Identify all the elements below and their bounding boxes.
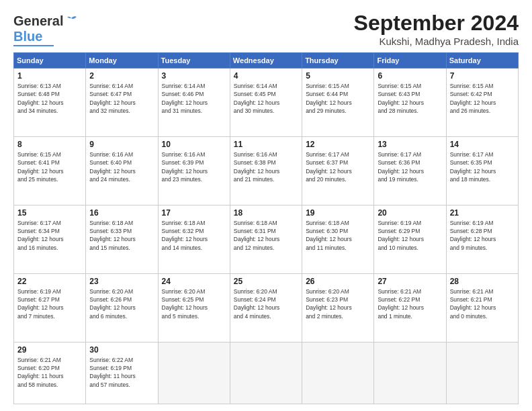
day-info: Sunrise: 6:19 AM Sunset: 6:29 PM Dayligh…	[378, 219, 442, 252]
table-row: 10Sunrise: 6:16 AM Sunset: 6:39 PM Dayli…	[158, 136, 230, 205]
calendar-header-row: Sunday Monday Tuesday Wednesday Thursday…	[14, 53, 519, 68]
day-info: Sunrise: 6:19 AM Sunset: 6:27 PM Dayligh…	[17, 287, 82, 320]
day-info: Sunrise: 6:16 AM Sunset: 6:39 PM Dayligh…	[162, 150, 226, 183]
col-tuesday: Tuesday	[158, 53, 230, 68]
day-info: Sunrise: 6:19 AM Sunset: 6:28 PM Dayligh…	[450, 219, 515, 252]
location: Kukshi, Madhya Pradesh, India	[354, 36, 519, 47]
day-info: Sunrise: 6:22 AM Sunset: 6:19 PM Dayligh…	[89, 356, 154, 389]
logo-text: General	[13, 13, 63, 28]
logo-underline	[13, 45, 54, 46]
month-title: September 2024	[354, 11, 519, 36]
table-row	[158, 342, 230, 404]
table-row: 14Sunrise: 6:17 AM Sunset: 6:35 PM Dayli…	[446, 136, 518, 205]
table-row: 16Sunrise: 6:18 AM Sunset: 6:33 PM Dayli…	[86, 205, 158, 273]
day-number: 20	[378, 208, 442, 218]
table-row: 17Sunrise: 6:18 AM Sunset: 6:32 PM Dayli…	[158, 205, 230, 273]
day-info: Sunrise: 6:14 AM Sunset: 6:46 PM Dayligh…	[162, 82, 226, 115]
day-info: Sunrise: 6:16 AM Sunset: 6:38 PM Dayligh…	[234, 150, 298, 183]
day-number: 7	[450, 71, 515, 81]
table-row: 7Sunrise: 6:15 AM Sunset: 6:42 PM Daylig…	[446, 68, 518, 137]
table-row: 19Sunrise: 6:18 AM Sunset: 6:30 PM Dayli…	[302, 205, 374, 273]
table-row: 5Sunrise: 6:15 AM Sunset: 6:44 PM Daylig…	[302, 68, 374, 137]
day-number: 2	[89, 71, 154, 81]
day-number: 26	[306, 277, 370, 286]
day-info: Sunrise: 6:18 AM Sunset: 6:31 PM Dayligh…	[234, 219, 298, 252]
day-info: Sunrise: 6:17 AM Sunset: 6:34 PM Dayligh…	[17, 219, 82, 252]
day-number: 23	[89, 277, 154, 286]
day-info: Sunrise: 6:17 AM Sunset: 6:37 PM Dayligh…	[306, 150, 370, 183]
col-thursday: Thursday	[302, 53, 374, 68]
logo-bird-icon	[64, 14, 79, 29]
day-info: Sunrise: 6:18 AM Sunset: 6:30 PM Dayligh…	[306, 219, 370, 252]
table-row: 1Sunrise: 6:13 AM Sunset: 6:48 PM Daylig…	[14, 68, 86, 137]
title-area: September 2024 Kukshi, Madhya Pradesh, I…	[354, 11, 519, 47]
day-number: 9	[89, 140, 154, 149]
day-info: Sunrise: 6:15 AM Sunset: 6:42 PM Dayligh…	[450, 82, 515, 115]
svg-point-0	[74, 16, 75, 17]
day-info: Sunrise: 6:17 AM Sunset: 6:35 PM Dayligh…	[450, 150, 515, 183]
day-number: 17	[162, 208, 226, 218]
day-number: 6	[378, 71, 442, 81]
table-row: 13Sunrise: 6:17 AM Sunset: 6:36 PM Dayli…	[374, 136, 446, 205]
day-info: Sunrise: 6:16 AM Sunset: 6:40 PM Dayligh…	[89, 150, 154, 183]
day-number: 24	[162, 277, 226, 286]
day-info: Sunrise: 6:13 AM Sunset: 6:48 PM Dayligh…	[17, 82, 82, 115]
day-number: 12	[306, 140, 370, 149]
day-number: 30	[89, 345, 154, 355]
logo: General Blue	[13, 13, 79, 46]
day-number: 29	[17, 345, 82, 355]
day-number: 27	[378, 277, 442, 286]
day-number: 1	[17, 71, 82, 81]
table-row: 4Sunrise: 6:14 AM Sunset: 6:45 PM Daylig…	[230, 68, 302, 137]
day-info: Sunrise: 6:14 AM Sunset: 6:47 PM Dayligh…	[89, 82, 154, 115]
day-info: Sunrise: 6:21 AM Sunset: 6:21 PM Dayligh…	[450, 287, 515, 320]
day-number: 18	[234, 208, 298, 218]
day-number: 13	[378, 140, 442, 149]
table-row: 28Sunrise: 6:21 AM Sunset: 6:21 PM Dayli…	[446, 273, 518, 342]
table-row: 3Sunrise: 6:14 AM Sunset: 6:46 PM Daylig…	[158, 68, 230, 137]
day-number: 4	[234, 71, 298, 81]
table-row	[302, 342, 374, 404]
col-friday: Friday	[374, 53, 446, 68]
day-info: Sunrise: 6:20 AM Sunset: 6:24 PM Dayligh…	[234, 287, 298, 320]
table-row: 22Sunrise: 6:19 AM Sunset: 6:27 PM Dayli…	[14, 273, 86, 342]
table-row	[374, 342, 446, 404]
day-number: 22	[17, 277, 82, 286]
day-info: Sunrise: 6:18 AM Sunset: 6:32 PM Dayligh…	[162, 219, 226, 252]
day-info: Sunrise: 6:17 AM Sunset: 6:36 PM Dayligh…	[378, 150, 442, 183]
calendar-table: Sunday Monday Tuesday Wednesday Thursday…	[13, 52, 519, 404]
table-row: 6Sunrise: 6:15 AM Sunset: 6:43 PM Daylig…	[374, 68, 446, 137]
table-row: 15Sunrise: 6:17 AM Sunset: 6:34 PM Dayli…	[14, 205, 86, 273]
table-row: 9Sunrise: 6:16 AM Sunset: 6:40 PM Daylig…	[86, 136, 158, 205]
day-info: Sunrise: 6:14 AM Sunset: 6:45 PM Dayligh…	[234, 82, 298, 115]
table-row: 18Sunrise: 6:18 AM Sunset: 6:31 PM Dayli…	[230, 205, 302, 273]
day-info: Sunrise: 6:20 AM Sunset: 6:26 PM Dayligh…	[89, 287, 154, 320]
table-row: 27Sunrise: 6:21 AM Sunset: 6:22 PM Dayli…	[374, 273, 446, 342]
day-info: Sunrise: 6:20 AM Sunset: 6:25 PM Dayligh…	[162, 287, 226, 320]
day-info: Sunrise: 6:20 AM Sunset: 6:23 PM Dayligh…	[306, 287, 370, 320]
day-number: 15	[17, 208, 82, 218]
day-number: 16	[89, 208, 154, 218]
table-row: 11Sunrise: 6:16 AM Sunset: 6:38 PM Dayli…	[230, 136, 302, 205]
day-info: Sunrise: 6:18 AM Sunset: 6:33 PM Dayligh…	[89, 219, 154, 252]
logo-blue-text: Blue	[13, 29, 42, 44]
col-saturday: Saturday	[446, 53, 518, 68]
day-number: 10	[162, 140, 226, 149]
day-info: Sunrise: 6:21 AM Sunset: 6:22 PM Dayligh…	[378, 287, 442, 320]
day-number: 3	[162, 71, 226, 81]
col-wednesday: Wednesday	[230, 53, 302, 68]
table-row: 12Sunrise: 6:17 AM Sunset: 6:37 PM Dayli…	[302, 136, 374, 205]
table-row: 20Sunrise: 6:19 AM Sunset: 6:29 PM Dayli…	[374, 205, 446, 273]
page: General Blue September 2024 Kukshi, Madh…	[0, 0, 532, 411]
table-row: 25Sunrise: 6:20 AM Sunset: 6:24 PM Dayli…	[230, 273, 302, 342]
table-row: 21Sunrise: 6:19 AM Sunset: 6:28 PM Dayli…	[446, 205, 518, 273]
table-row: 8Sunrise: 6:15 AM Sunset: 6:41 PM Daylig…	[14, 136, 86, 205]
table-row: 29Sunrise: 6:21 AM Sunset: 6:20 PM Dayli…	[14, 342, 86, 404]
table-row	[230, 342, 302, 404]
day-number: 28	[450, 277, 515, 286]
day-number: 8	[17, 140, 82, 149]
table-row: 30Sunrise: 6:22 AM Sunset: 6:19 PM Dayli…	[86, 342, 158, 404]
day-number: 14	[450, 140, 515, 149]
table-row: 24Sunrise: 6:20 AM Sunset: 6:25 PM Dayli…	[158, 273, 230, 342]
day-info: Sunrise: 6:15 AM Sunset: 6:43 PM Dayligh…	[378, 82, 442, 115]
